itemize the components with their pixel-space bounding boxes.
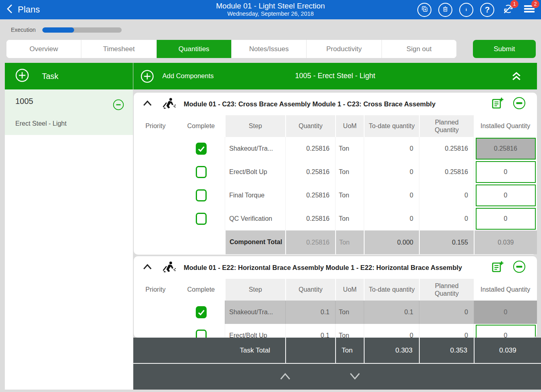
planned-value: 0 [419,324,474,338]
col-installed: Installed Quantity [474,279,537,301]
components-header: Add Components 1005 - Erect Steel - Ligh… [133,63,537,89]
col-to-date: To-date quantity [364,279,419,301]
add-note-icon[interactable] [491,260,504,275]
priority-cell [134,207,177,230]
tab-overview[interactable]: Overview [6,40,81,58]
col-priority: Priority [134,279,177,301]
planned-value: 0.25816 [419,160,474,184]
scroll-down-button[interactable] [349,372,361,382]
uom-value: Ton [335,301,364,324]
col-complete: Complete [177,279,225,301]
duplicate-button[interactable] [417,3,431,17]
back-button[interactable]: Plans [6,0,40,19]
installed-cell: 0 [474,160,537,184]
duplicate-icon [421,5,429,15]
complete-checkbox[interactable] [196,330,207,338]
table-header-row: Priority Complete Step Quantity UoM To-d… [134,279,537,301]
task-total-to-date: 0.303 [364,338,419,363]
scroll-up-button[interactable] [279,372,291,382]
step-name: Erect/Bolt Up [225,160,285,184]
submit-button[interactable]: Submit [473,40,536,58]
installed-cell: 0 [474,301,537,324]
task-total-quantity [285,338,335,363]
add-task-button[interactable] [15,68,29,84]
complete-checkbox[interactable] [196,189,207,201]
task-total-planned: 0.353 [419,338,474,363]
component-header: Module 01 - E22: Horizontal Brace Assemb… [134,256,537,279]
priority-cell [134,301,177,324]
uom-value: Ton [335,184,364,207]
installed-quantity-input[interactable]: 0 [476,161,536,183]
installed-quantity-input[interactable]: 0.25816 [476,138,536,160]
quantity-value: 0.1 [285,324,335,338]
help-button[interactable]: ? [480,3,494,17]
collapse-all-icon[interactable] [510,70,522,84]
component-total-installed: 0.039 [474,230,537,254]
complete-cell [177,160,225,184]
tab-productivity[interactable]: Productivity [307,40,381,58]
menu-button[interactable]: 2 [522,3,536,17]
quantity-value: 0.1 [285,301,335,324]
complete-checkbox[interactable] [196,306,207,318]
task-total-uom: Ton [335,338,364,363]
back-label: Plans [18,4,40,15]
col-quantity: Quantity [285,115,335,137]
component-total-row: Component Total 0.25816 Ton 0.000 0.155 … [134,230,537,254]
component-header: Module 01 - C23: Cross Brace Assembly Mo… [134,93,537,115]
tab-quantities[interactable]: Quantities [157,40,232,58]
complete-cell [177,324,225,338]
priority-cell [134,324,177,338]
col-priority: Priority [134,115,177,137]
complete-checkbox[interactable] [196,213,207,225]
task-name: Erect Steel - Light [15,120,66,127]
step-row: Final Torque 0.25816 Ton 0 0 0 [134,184,537,207]
task-total-label: Task Total [225,346,285,355]
to-date-value: 0 [364,137,419,160]
collapse-component-icon[interactable] [143,263,152,272]
installed-quantity-input[interactable]: 0 [476,185,536,206]
quantity-value: 0.25816 [285,160,335,184]
complete-cell [177,137,225,160]
page-title: Module 01 - Light Steel Erection [216,2,325,10]
installed-quantity-input[interactable]: 0 [476,325,536,338]
tab-sign-out[interactable]: Sign out [382,40,456,58]
col-step: Step [225,279,285,301]
remove-component-button[interactable] [513,260,526,275]
worker-icon [163,261,176,274]
col-uom: UoM [335,279,364,301]
info-button[interactable] [459,3,473,17]
complete-checkbox[interactable] [196,166,207,178]
execution-progress-bar [42,27,122,33]
info-icon [462,5,470,15]
remove-component-button[interactable] [513,97,526,111]
collapse-component-icon[interactable] [143,100,152,108]
planned-value: 0 [419,184,474,207]
uom-value: Ton [335,324,364,338]
add-note-icon[interactable] [491,97,504,111]
task-list-item[interactable]: 1005 Erect Steel - Light [5,89,133,135]
sync-status-button[interactable]: 1 [501,3,515,17]
to-date-value: 0 [364,184,419,207]
tab-notes-issues[interactable]: Notes/Issues [232,40,307,58]
installed-quantity-input[interactable]: 0 [474,301,537,324]
task-panel: Task 1005 Erect Steel - Light [5,63,133,390]
component-card-c23: Module 01 - C23: Cross Brace Assembly Mo… [134,93,537,255]
installed-quantity-input[interactable]: 0 [476,208,536,230]
uom-value: Ton [335,137,364,160]
step-name: Erect/Bolt Up [225,324,285,338]
planned-value: 0 [419,207,474,230]
top-bar: Plans Module 01 - Light Steel Erection W… [0,0,541,19]
remove-task-button[interactable] [113,99,124,112]
topbar-actions: ? 1 2 [417,0,536,19]
complete-checkbox[interactable] [196,143,207,155]
quantity-value: 0.25816 [285,207,335,230]
col-quantity: Quantity [285,279,335,301]
worker-icon [163,97,176,110]
complete-cell [177,207,225,230]
step-name: Shakeout/Tra... [225,301,285,324]
delete-button[interactable] [438,3,452,17]
tab-timesheet[interactable]: Timesheet [81,40,156,58]
col-to-date: To-date quantity [364,115,419,137]
complete-cell [177,301,225,324]
component-total-planned: 0.155 [419,230,474,254]
